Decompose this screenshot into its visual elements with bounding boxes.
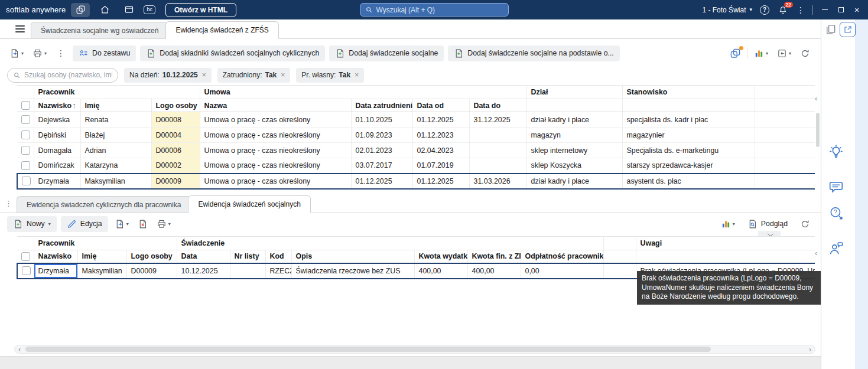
cell-logo-osoby[interactable]: D00009: [151, 174, 200, 189]
cell-logo-osoby[interactable]: D00009: [126, 263, 177, 279]
do-zestawu-button[interactable]: Do zestawu: [73, 45, 136, 61]
cell-data-do[interactable]: 31.03.2026: [469, 174, 526, 189]
cell-nazwisko[interactable]: Dejewska: [34, 112, 80, 128]
maximize-button[interactable]: [837, 6, 845, 14]
cell-odplatnosc[interactable]: 0,00: [521, 263, 603, 279]
filter-chip-na-dzien[interactable]: Na dzień:10.12.2025 ×: [124, 68, 212, 83]
export-button[interactable]: ▾: [112, 216, 131, 232]
cell-nazwisko[interactable]: Domagała: [34, 143, 80, 158]
bc-icon[interactable]: bc: [144, 5, 155, 14]
chart-view-button[interactable]: ▾: [752, 45, 771, 61]
cell-nazwisko[interactable]: Dębiński: [34, 128, 80, 143]
open-in-html-button[interactable]: Otwórz w HTML: [165, 3, 236, 17]
tab-ewidencja-zfss[interactable]: Ewidencja świadczeń z ZFŚS: [165, 21, 278, 39]
cell-imie[interactable]: Renata: [80, 112, 151, 128]
cell-imie[interactable]: Adrian: [80, 143, 151, 158]
global-search[interactable]: [360, 3, 509, 17]
layout-button[interactable]: ▾: [775, 45, 794, 61]
cell-stanowisko[interactable]: asystent ds. płac: [622, 174, 755, 189]
column-header-odplatnosc[interactable]: Odpłatność pracownika: [521, 250, 603, 263]
cell-nazwa[interactable]: Umowa o pracę - czas nieokreślony: [200, 158, 351, 174]
select-all-checkbox[interactable]: [21, 252, 30, 261]
cell-nazwisko-focused[interactable]: Drzymała: [34, 263, 77, 279]
minimize-button[interactable]: [821, 6, 829, 14]
cell-stanowisko[interactable]: magazynier: [622, 128, 755, 143]
cell-data-od[interactable]: 01.12.2023: [412, 128, 469, 143]
cell-logo-osoby[interactable]: D00002: [151, 158, 200, 174]
cell-kwota-wydatku[interactable]: 400,00: [414, 263, 467, 279]
cell-data-zatrudnienia[interactable]: 01.10.2025: [351, 112, 412, 128]
feedback-chat-button[interactable]: [828, 179, 845, 195]
preview-button[interactable]: Podgląd: [742, 216, 794, 232]
column-header-kod[interactable]: Kod: [265, 250, 291, 263]
delete-button[interactable]: [135, 216, 150, 232]
cell-data-do[interactable]: [469, 158, 526, 174]
row-checkbox[interactable]: [21, 146, 30, 155]
column-header-logo-osoby[interactable]: Logo osoby: [151, 99, 200, 112]
cell-data[interactable]: 10.12.2025: [177, 263, 230, 279]
cell-nazwisko[interactable]: Drzymała: [34, 174, 80, 189]
cell-data-od[interactable]: 01.12.2025: [412, 112, 469, 128]
column-header-kwota-fin[interactable]: Kwota fin. z ZFŚS: [467, 250, 521, 263]
cell-stanowisko[interactable]: specjalista ds. kadr i płac: [622, 112, 755, 128]
help-icon[interactable]: ?: [760, 5, 769, 15]
cell-logo-osoby[interactable]: D00008: [151, 112, 200, 128]
chart-view-button[interactable]: ▾: [719, 216, 737, 232]
column-header-kwota-wydatku[interactable]: Kwota wydatku: [414, 250, 467, 263]
cell-dzial[interactable]: sklep Koszycka: [526, 158, 622, 174]
person-search-input[interactable]: [24, 71, 112, 79]
scroll-left-icon[interactable]: ‹: [15, 346, 24, 353]
vertical-scrollbar[interactable]: [816, 113, 820, 147]
cell-logo-osoby[interactable]: D00006: [151, 143, 200, 158]
table-row[interactable]: Domińczak Katarzyna D00002 Umowa o pracę…: [17, 158, 815, 174]
column-header-imie[interactable]: Imię: [77, 250, 126, 263]
select-all-checkbox[interactable]: [21, 101, 30, 110]
cell-imie[interactable]: Maksymilian: [80, 174, 151, 189]
cell-data-zatrudnienia[interactable]: 01.12.2025: [351, 174, 412, 189]
group-header-umowa[interactable]: Umowa: [200, 86, 526, 99]
horizontal-scrollbar[interactable]: ‹ ›: [14, 345, 815, 354]
column-header-nazwisko[interactable]: Nazwisko: [34, 250, 77, 263]
menu-icon[interactable]: [15, 25, 25, 32]
row-checkbox[interactable]: [21, 115, 30, 124]
tab-ewidencja-cyklicznych[interactable]: Ewidencja świadczeń cyklicznych dla prac…: [17, 196, 191, 213]
suggestions-button[interactable]: [828, 145, 845, 161]
cell-imie[interactable]: Błażej: [80, 128, 151, 143]
scroll-right-icon[interactable]: ›: [805, 346, 815, 353]
table-row-selected[interactable]: Drzymała Maksymilian D00009 Umowa o prac…: [17, 174, 815, 189]
add-cyclic-components-button[interactable]: Dodaj składniki świadczeń socjalnych cyk…: [140, 45, 325, 61]
cell-dzial[interactable]: magazyn: [526, 128, 622, 143]
pages-icon[interactable]: [825, 24, 838, 37]
refresh-button[interactable]: [798, 45, 812, 61]
close-button[interactable]: ×: [853, 6, 861, 14]
cell-data-od[interactable]: 02.04.2023: [412, 143, 469, 158]
new-button[interactable]: Nowy ▾: [7, 216, 57, 232]
tab-swiadczenia-wg-oswiadczen[interactable]: Świadczenia socjalne wg oświadczeń: [31, 22, 168, 38]
cell-imie[interactable]: Maksymilian: [77, 263, 126, 279]
cell-imie[interactable]: Katarzyna: [80, 158, 151, 174]
collapsed-panel-strip[interactable]: [855, 19, 868, 369]
notifications-button[interactable]: 22: [777, 4, 789, 16]
cell-data-zatrudnienia[interactable]: 03.07.2017: [351, 158, 412, 174]
modules-icon[interactable]: [71, 3, 90, 17]
overflow-menu-icon[interactable]: ⋮: [797, 5, 805, 15]
company-selector[interactable]: 1 - Foto Świat ▾: [702, 6, 752, 14]
cell-kwota-fin[interactable]: 400,00: [467, 263, 521, 279]
cell-data-do[interactable]: 31.12.2025: [469, 112, 526, 128]
export-button[interactable]: ▾: [7, 45, 26, 61]
cell-nazwa[interactable]: Umowa o pracę - czas nieokreślony: [200, 143, 351, 158]
home-icon[interactable]: [95, 3, 114, 17]
cell-data-od[interactable]: 01.07.2019: [412, 158, 469, 174]
cell-dzial[interactable]: dział kadry i płace: [526, 174, 622, 189]
cell-stanowisko[interactable]: Specjalista ds. e-marketingu: [622, 143, 755, 158]
table-row[interactable]: Dębiński Błażej D00004 Umowa o pracę - c…: [17, 128, 815, 143]
group-header-uwagi[interactable]: Uwagi: [636, 237, 815, 250]
cell-data-od[interactable]: 01.12.2025: [412, 174, 469, 189]
cell-nazwisko[interactable]: Domińczak: [34, 158, 80, 174]
column-header-logo-osoby[interactable]: Logo osoby: [126, 250, 177, 263]
close-icon[interactable]: ×: [202, 71, 206, 79]
column-header-data-zatrudnienia[interactable]: Data zatrudnienia: [351, 99, 412, 112]
column-header-data-od[interactable]: Data od: [412, 99, 469, 112]
edit-button[interactable]: Edycja: [61, 216, 108, 232]
column-header-dzial[interactable]: Dział: [526, 86, 622, 99]
